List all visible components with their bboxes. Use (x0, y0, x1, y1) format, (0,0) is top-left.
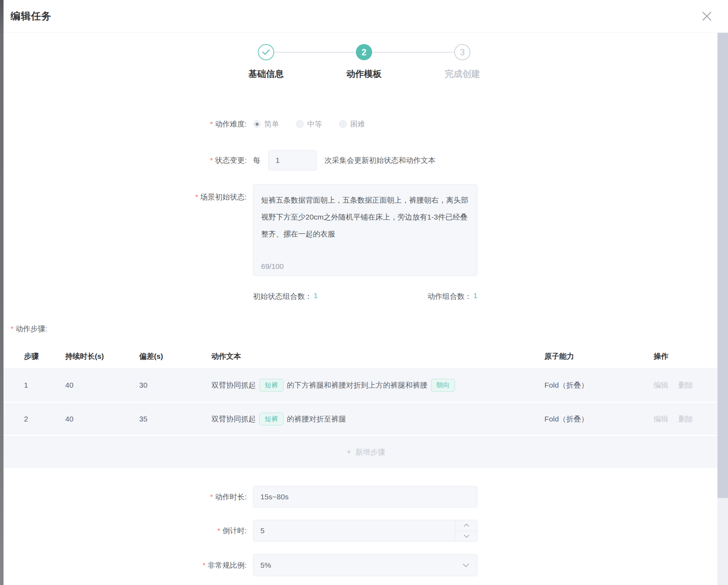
action-combo: 动作组合数： 1 (427, 291, 477, 301)
ability-cell: Fold（折叠） (544, 380, 654, 390)
step-2-indicator: 2 (356, 44, 372, 60)
close-button[interactable] (700, 9, 714, 23)
required-asterisk: * (11, 325, 13, 333)
col-step: 步骤 (24, 351, 65, 361)
step-3-indicator: 3 (454, 44, 470, 60)
radio-icon (339, 120, 347, 128)
action-duration-label: *动作时长: (4, 492, 247, 502)
radio-label: 困难 (350, 119, 365, 129)
close-icon (701, 10, 713, 22)
unusual-ratio-row: *非常规比例: 5% (4, 554, 728, 576)
char-counter: 69/100 (261, 262, 284, 271)
col-action-text: 动作文本 (211, 351, 544, 361)
required-asterisk: * (210, 493, 213, 501)
delete-link[interactable]: 删除 (678, 414, 693, 424)
table-body: 14030双臂协同抓起短裤的下方裤腿和裤腰对折到上方的裤腿和裤腰朝向Fold（折… (4, 369, 728, 468)
initial-combo-value: 1 (314, 291, 318, 301)
col-ability: 原子能力 (544, 351, 654, 361)
table-cell: 2 (24, 415, 65, 423)
radio-selected-icon (253, 120, 261, 128)
action-text-segment: 双臂协同抓起 (211, 380, 256, 390)
table-row: 24035双臂协同抓起短裤的裤腰对折至裤腿Fold（折叠）编辑删除 (4, 402, 728, 435)
table-cell: 40 (65, 381, 139, 389)
table-cell: 35 (139, 415, 211, 423)
step-connector (274, 52, 356, 53)
edit-link[interactable]: 编辑 (654, 380, 668, 390)
wizard-stepper: 2 3 基础信息 动作模板 完成创建 (4, 33, 728, 89)
scrollbar-thumb[interactable] (717, 33, 728, 498)
add-step-row[interactable]: + 新增步骤 (4, 435, 728, 468)
action-steps-section-label: * 动作步骤: (11, 324, 728, 334)
step-2-label: 动作模板 (322, 68, 406, 80)
action-text-segment: 双臂协同抓起 (211, 414, 256, 424)
action-text-segment: 的下方裤腿和裤腰对折到上方的裤腿和裤腰 (287, 380, 427, 390)
col-deviation: 偏差(s) (139, 351, 211, 361)
step-connector (372, 52, 454, 53)
table-cell: 30 (139, 381, 211, 389)
ability-cell: Fold（折叠） (544, 414, 654, 424)
table-cell: 40 (65, 415, 139, 423)
radio-label: 中等 (307, 119, 322, 129)
state-change-input[interactable] (268, 150, 317, 171)
required-asterisk: * (210, 156, 213, 164)
decrease-button[interactable] (455, 531, 477, 542)
row-actions: 编辑删除 (654, 414, 728, 424)
required-asterisk: * (195, 193, 198, 201)
required-asterisk: * (203, 561, 205, 569)
difficulty-label: *动作难度: (4, 119, 247, 129)
combos-row: 初始状态组合数： 1 动作组合数： 1 (253, 291, 477, 301)
countdown-input[interactable] (253, 520, 477, 542)
steps-table-header: 步骤 持续时长(s) 偏差(s) 动作文本 原子能力 操作 (4, 344, 728, 369)
difficulty-row: *动作难度: 简单 中等 困难 (4, 117, 728, 131)
state-change-prefix: 每 (253, 155, 260, 165)
action-combo-label: 动作组合数： (427, 291, 472, 301)
select-value: 5% (260, 561, 271, 569)
step-number: 3 (460, 47, 465, 57)
dialog-title: 编辑任务 (11, 10, 51, 23)
state-change-row: *状态变更: 每 次采集会更新初始状态和动作文本 (4, 150, 728, 171)
chevron-down-icon (464, 535, 469, 538)
entity-tag: 短裤 (259, 379, 283, 392)
initial-state-label: *场景初始状态: (4, 184, 247, 202)
stepper-controls (455, 520, 477, 542)
state-change-suffix: 次采集会更新初始状态和动作文本 (325, 155, 436, 165)
difficulty-radio-group: 简单 中等 困难 (253, 119, 382, 129)
action-text-cell: 双臂协同抓起短裤的下方裤腿和裤腰对折到上方的裤腿和裤腰朝向 (211, 379, 544, 392)
dialog-header: 编辑任务 (4, 0, 728, 32)
col-operations: 操作 (654, 351, 728, 361)
unusual-ratio-label: *非常规比例: (4, 560, 247, 570)
row-actions: 编辑删除 (654, 380, 728, 390)
action-duration-input[interactable] (253, 486, 477, 507)
action-duration-row: *动作时长: (4, 486, 728, 507)
countdown-label: *倒计时: (4, 526, 247, 536)
initial-state-textarea[interactable]: 短裤五条数据背面朝上，五条数据正面朝上，裤腰朝右，离头部视野下方至少20cm之外… (253, 184, 477, 276)
step-number: 2 (362, 47, 366, 57)
plus-icon: + (346, 447, 351, 457)
state-change-label: *状态变更: (4, 155, 247, 165)
action-combo-value: 1 (473, 291, 477, 301)
radio-icon (296, 120, 304, 128)
radio-simple[interactable]: 简单 (253, 119, 279, 129)
edit-link[interactable]: 编辑 (654, 414, 668, 424)
col-duration: 持续时长(s) (65, 351, 139, 361)
unusual-ratio-select[interactable]: 5% (253, 554, 477, 576)
page-edge-backdrop (0, 0, 4, 585)
entity-tag: 短裤 (259, 413, 283, 425)
step-1-indicator (258, 44, 274, 60)
radio-medium[interactable]: 中等 (296, 119, 322, 129)
initial-state-row: *场景初始状态: 短裤五条数据背面朝上，五条数据正面朝上，裤腰朝右，离头部视野下… (4, 184, 728, 276)
chevron-up-icon (464, 524, 469, 527)
entity-tag: 朝向 (431, 379, 455, 392)
countdown-row: *倒计时: (4, 520, 728, 542)
radio-label: 简单 (264, 119, 279, 129)
increase-button[interactable] (455, 520, 477, 531)
scrollbar-track[interactable] (717, 33, 728, 585)
delete-link[interactable]: 删除 (678, 380, 693, 390)
dialog-body: 2 3 基础信息 动作模板 完成创建 *动作难度: 简单 中等 困难 * (4, 33, 728, 576)
action-text-cell: 双臂协同抓起短裤的裤腰对折至裤腿 (211, 413, 544, 425)
step-3-label: 完成创建 (420, 68, 505, 80)
table-cell: 1 (24, 381, 65, 389)
required-asterisk: * (217, 526, 220, 535)
initial-combo-label: 初始状态组合数： (253, 291, 312, 301)
radio-hard[interactable]: 困难 (339, 119, 365, 129)
